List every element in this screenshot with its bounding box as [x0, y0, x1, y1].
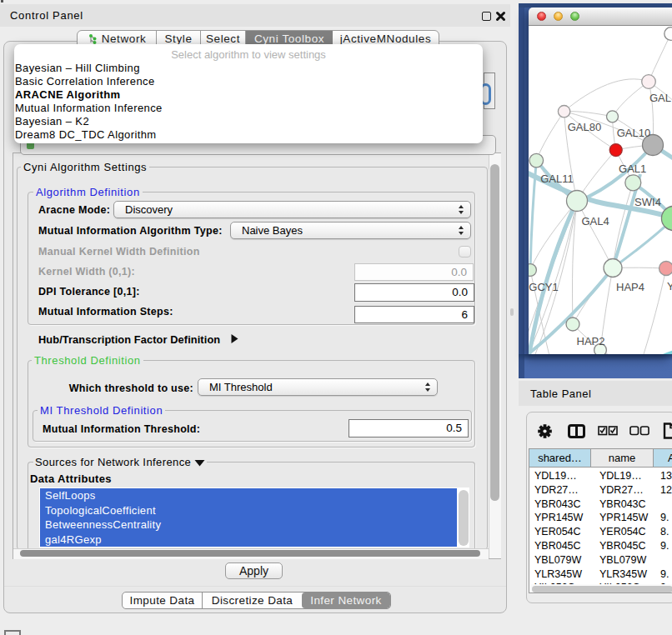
svg-text:GAL4: GAL4: [581, 215, 609, 228]
svg-text:HAP2: HAP2: [577, 335, 605, 348]
svg-text:GAL: GAL: [649, 92, 671, 104]
svg-text:GAL1: GAL1: [619, 162, 646, 175]
svg-text:SWI4: SWI4: [634, 196, 661, 208]
svg-text:Y: Y: [667, 280, 672, 292]
svg-text:HAP4: HAP4: [616, 281, 644, 293]
svg-text:GCY1: GCY1: [529, 281, 558, 293]
svg-text:GAL10: GAL10: [617, 127, 650, 139]
svg-text:GAL11: GAL11: [540, 172, 574, 185]
svg-text:GAL80: GAL80: [568, 121, 601, 133]
